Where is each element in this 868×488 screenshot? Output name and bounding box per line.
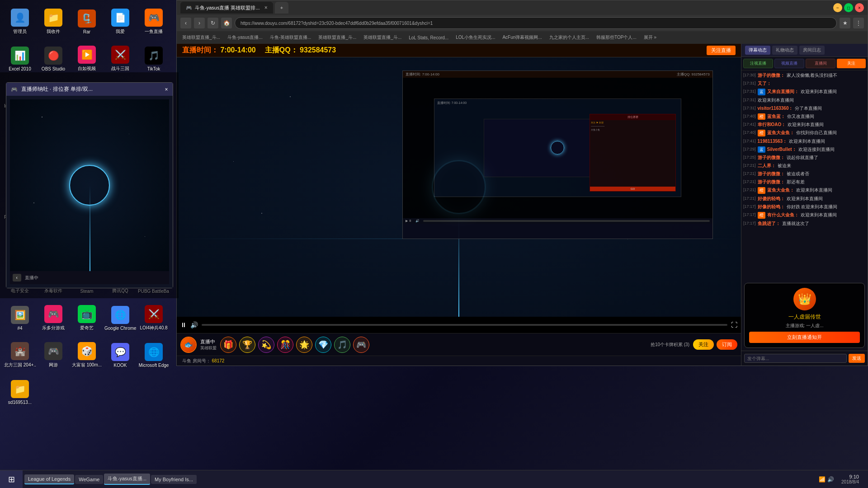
gift-item-0[interactable]: 🎁: [220, 337, 236, 353]
notification-button[interactable]: 立刻直播通知开: [749, 332, 860, 343]
nested-follow-btn[interactable]: GO: [590, 187, 675, 191]
bookmark-8[interactable]: 九之家的个人主页...: [547, 33, 592, 42]
subscribe-button[interactable]: 关注直播: [707, 46, 736, 55]
desktop-icon-2[interactable]: 🗜️ Rar: [71, 4, 103, 40]
desktop-icon-41[interactable]: 🎮 乐多分游戏: [37, 300, 70, 336]
desktop-icon-49[interactable]: 🌐 Microsoft Edge: [137, 337, 170, 373]
desktop-icon-45[interactable]: 🏰 北方三国 204+...: [4, 337, 36, 373]
chat-text-6: 欢迎来到本直播间: [788, 122, 866, 128]
chat-time-9: [17:29]: [743, 146, 756, 152]
play-pause-button[interactable]: ⏸: [180, 321, 187, 328]
fullscreen-button[interactable]: ⛶: [731, 321, 737, 328]
start-button[interactable]: ⊞: [0, 470, 23, 488]
bookmark-button[interactable]: ★: [840, 18, 850, 28]
address-bar[interactable]: https://www.douyu.com/68172?dyshid=23c92…: [235, 17, 837, 29]
refresh-button[interactable]: ↻: [208, 18, 218, 28]
desktop-icon-4[interactable]: 🎮 一鱼直播: [137, 4, 170, 40]
gift-item-1[interactable]: 🏆: [239, 337, 255, 353]
bookmark-7[interactable]: AcFun弹幕视频网...: [500, 33, 544, 42]
follow-action-buttons: 关注 订阅: [693, 339, 737, 350]
desktop-icon-0[interactable]: 👤 管理员: [4, 4, 36, 40]
desktop-icon-44[interactable]: ⚔️ LOI4神兵40.8: [137, 300, 170, 336]
particle-4: [627, 239, 628, 239]
gift-item-5[interactable]: 💎: [315, 337, 331, 353]
popup-back-button[interactable]: ‹: [13, 274, 21, 282]
desktop-icon-9[interactable]: 🎵 TikTok: [137, 41, 170, 77]
bookmark-4[interactable]: 英雄联盟直播_斗...: [361, 33, 404, 42]
chat-tab-gift[interactable]: 礼物动态: [772, 46, 797, 55]
taskbar-item-0[interactable]: League of Legends: [24, 474, 74, 484]
bookmark-3[interactable]: 英雄联盟直播_斗...: [316, 33, 359, 42]
progress-bar[interactable]: [202, 324, 727, 326]
desktop-icon-47[interactable]: 🎲 大富翁 100m...: [71, 337, 103, 373]
desktop-icon-8[interactable]: ⚔️ 战斗三国: [104, 41, 137, 77]
stream-time-value: 7:00-14:00: [220, 46, 255, 54]
chat-time-5: [17:40]: [743, 113, 756, 119]
bookmark-1[interactable]: 斗鱼-yasus直播...: [225, 33, 265, 42]
desktop-icon-1[interactable]: 📁 我收件: [37, 4, 70, 40]
desktop-icon-42[interactable]: 📺 爱奇艺: [71, 300, 103, 336]
gift-item-3[interactable]: 🎊: [277, 337, 293, 353]
gift-item-6[interactable]: 🎵: [334, 337, 350, 353]
subscribe-action-button[interactable]: 订阅: [717, 339, 737, 350]
chat-text-13: 那还有差: [787, 179, 866, 185]
chat-tab-log[interactable]: 房间日志: [799, 46, 825, 55]
chat-send-button[interactable]: 发送: [849, 354, 865, 363]
minimize-button[interactable]: −: [833, 3, 842, 12]
gift-item-4[interactable]: 🌟: [296, 337, 312, 353]
gift-bar: 🐟 直播中 英雄联盟 🎁 🏆 💫 🎊 🌟 💎: [177, 333, 741, 356]
popup-content: ‹ 直播中: [6, 96, 173, 288]
back-button[interactable]: ‹: [180, 18, 191, 28]
volume-button[interactable]: 🔊: [190, 321, 198, 328]
desktop-icon-50[interactable]: 📁 sd169513...: [4, 374, 36, 410]
icon-label-9: TikTok: [147, 66, 160, 71]
desktop-icon-7[interactable]: ▶️ 自如视频: [71, 41, 103, 77]
gift-icon-5: 💎: [315, 337, 331, 353]
add-fan-button[interactable]: 注视直播: [743, 59, 773, 68]
taskbar-item-2[interactable]: 斗鱼-yasus直播...: [104, 474, 150, 485]
chat-tab-barrage[interactable]: 弹幕动态: [745, 46, 770, 55]
browser-tab-new[interactable]: +: [275, 2, 288, 14]
desktop-icon-46[interactable]: 🎮 网游: [37, 337, 70, 373]
home-button[interactable]: 🏠: [221, 18, 232, 28]
desktop-icon-6[interactable]: 🔴 OBS Studio: [37, 41, 70, 77]
desktop-icon-48[interactable]: 💬 KOOK: [104, 337, 137, 373]
bookmark-10[interactable]: 展开 »: [641, 33, 659, 42]
chat-text-0: 家人没偷懒,着头没扫描不: [787, 72, 866, 79]
popup-close[interactable]: ×: [165, 86, 168, 93]
browser-tab-active[interactable]: 🎮 斗鱼-yasus直播 英雄联盟排... ×: [180, 2, 273, 14]
gift-item-2[interactable]: 💫: [258, 337, 274, 353]
icon-label-6: OBS Studio: [42, 66, 65, 71]
taskbar-item-1[interactable]: WeGame: [75, 475, 103, 484]
room-button[interactable]: 直播间: [806, 59, 835, 68]
taskbar-item-label-3: My Boyfriend Is...: [155, 477, 193, 482]
tab-close-button[interactable]: ×: [264, 5, 268, 11]
bookmark-0[interactable]: 英雄联盟直播_斗...: [179, 33, 223, 42]
bookmark-5[interactable]: LoL Stats, Record...: [406, 34, 451, 41]
desktop-icon-43[interactable]: 🌐 Google Chrome: [104, 300, 137, 336]
notification-icon: 👑: [793, 288, 816, 310]
bookmark-9[interactable]: 韩服那些TOP个人...: [594, 33, 639, 42]
icon-image-0: 👤: [11, 9, 29, 27]
icon-label-48: KOOK: [114, 363, 127, 368]
desktop-icon-5[interactable]: 📊 Excel 2010: [4, 41, 36, 77]
gift-item-7[interactable]: 🎮: [353, 337, 369, 353]
icon-image-44: ⚔️: [145, 305, 163, 323]
bookmark-2[interactable]: 斗鱼-英雄联盟直播...: [267, 33, 314, 42]
desktop-icon-3[interactable]: 📄 我爱: [104, 4, 137, 40]
desktop-icon-40[interactable]: 🖼️ #4: [4, 300, 36, 336]
taskbar-item-3[interactable]: My Boyfriend Is...: [151, 475, 197, 484]
double-nested: 直播时间: 7:00-14:00 排位赛赛: [434, 99, 682, 197]
close-button[interactable]: ×: [855, 3, 864, 12]
video-stream-button[interactable]: 视频直播: [774, 59, 804, 68]
forward-button[interactable]: ›: [194, 18, 205, 28]
chat-user-1: 又了：: [758, 80, 771, 87]
bookmark-6[interactable]: LOL小鱼生死实况...: [453, 33, 498, 42]
chat-input-field[interactable]: [744, 354, 847, 363]
follow-button[interactable]: 关注: [693, 339, 714, 350]
follow-sidebar-button[interactable]: 关注: [837, 59, 866, 68]
settings-icon[interactable]: ⋮: [853, 18, 864, 28]
maximize-button[interactable]: □: [844, 3, 853, 12]
popup-status: 直播中: [25, 275, 166, 281]
gift-icon-2: 💫: [258, 337, 274, 353]
